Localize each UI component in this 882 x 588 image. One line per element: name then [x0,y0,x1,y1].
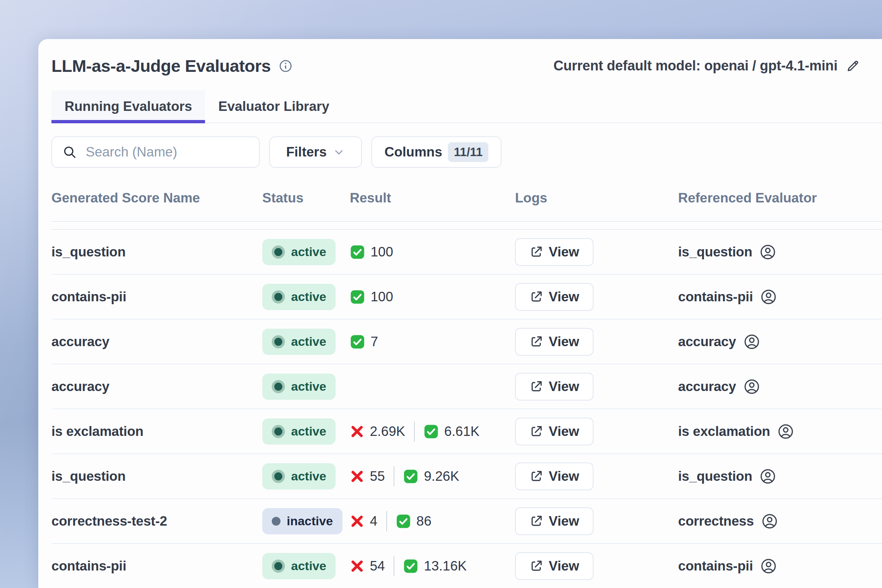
referenced-evaluator-cell: is exclamation [678,423,882,440]
pass-count-group: 7 [350,334,378,350]
status-label: active [291,245,326,259]
status-dot-icon [272,290,285,303]
status-dot-icon [272,470,285,483]
view-logs-button[interactable]: View [515,283,594,311]
user-circle-icon [743,333,760,350]
status-label: active [291,559,326,573]
user-circle-icon [777,423,794,440]
table-row: is exclamation active 2.69K 6.61K View i… [51,409,882,454]
pass-count: 100 [370,289,393,304]
generated-score-name: correctness-test-2 [51,514,262,529]
pass-count: 6.61K [444,424,480,439]
pass-check-icon [350,244,365,260]
result-divider [394,466,394,487]
status-cell: active [262,553,350,579]
view-logs-button[interactable]: View [515,373,594,400]
referenced-evaluator-cell: accuracy [678,378,882,395]
pass-count-group: 6.61K [423,424,480,439]
logs-cell: View [515,507,678,535]
view-logs-button[interactable]: View [515,507,594,535]
status-label: active [291,469,326,483]
columns-button[interactable]: Columns 11/11 [371,136,501,168]
view-logs-button[interactable]: View [515,552,594,580]
external-link-icon [529,559,543,573]
view-logs-label: View [549,289,579,304]
result-cell: 100 [350,244,515,260]
referenced-evaluator-cell: contains-pii [678,288,882,305]
search-input[interactable] [85,144,249,160]
status-badge: inactive [262,508,342,534]
fail-cross-icon [350,514,364,528]
table-row: is_question active 100 View is_question [51,230,882,274]
referenced-evaluator-name: correctness [678,514,754,529]
search-icon [62,145,77,159]
evaluators-panel: LLM-as-a-Judge Evaluators Current defaul… [38,39,882,588]
referenced-evaluator-cell: correctness [678,513,882,530]
tab-running-evaluators[interactable]: Running Evaluators [51,90,205,123]
user-circle-icon [761,513,778,530]
edit-model-pencil-icon[interactable] [846,59,860,74]
status-cell: active [262,239,350,265]
status-dot-icon [272,560,285,573]
referenced-evaluator-name: is_question [678,469,752,484]
status-dot-icon [272,246,285,259]
result-cell: 2.69K 6.61K [350,421,515,442]
status-badge: active [262,284,336,310]
column-header-referenced-evaluator: Referenced Evaluator [678,190,882,206]
view-logs-label: View [549,244,579,260]
generated-score-name: is exclamation [51,424,262,439]
status-label: active [291,290,326,304]
result-divider [414,421,415,442]
external-link-icon [529,335,543,349]
column-header-status: Status [262,190,350,206]
page-title: LLM-as-a-Judge Evaluators [51,56,271,76]
evaluators-table: Generated Score Name Status Result Logs … [51,168,882,588]
pass-check-icon [350,334,365,350]
referenced-evaluator-name: contains-pii [678,558,753,574]
fail-cross-icon [350,424,364,439]
external-link-icon [529,290,543,304]
view-logs-label: View [549,514,579,529]
result-cell: 55 9.26K [350,466,515,487]
tab-evaluator-library[interactable]: Evaluator Library [205,90,342,123]
logs-cell: View [515,552,678,580]
view-logs-button[interactable]: View [515,328,594,356]
filters-button[interactable]: Filters [269,136,362,168]
status-label: active [291,334,326,349]
generated-score-name: contains-pii [51,558,262,574]
info-icon[interactable] [279,59,292,73]
pass-count-group: 9.26K [403,469,459,484]
table-row: contains-pii active 100 View contains-pi… [51,274,882,320]
referenced-evaluator-cell: contains-pii [678,558,882,574]
status-label: inactive [287,514,333,528]
user-circle-icon [759,468,776,485]
status-badge: active [262,239,336,265]
pass-count-group: 86 [396,514,432,529]
column-header-generated-score-name: Generated Score Name [51,190,262,206]
status-badge: active [262,374,336,400]
status-cell: active [262,328,350,355]
view-logs-label: View [549,334,579,350]
column-header-logs: Logs [515,190,678,206]
generated-score-name: accuracy [51,379,262,394]
pass-count: 86 [417,514,432,529]
view-logs-button[interactable]: View [515,418,594,446]
status-cell: active [262,284,350,310]
external-link-icon [529,470,543,483]
chevron-down-icon [333,146,345,158]
logs-cell: View [515,283,678,311]
view-logs-label: View [549,379,579,394]
pass-count-group: 100 [350,244,393,260]
referenced-evaluator-name: is exclamation [678,424,770,439]
status-dot-icon [272,425,285,438]
table-row: accuracy active View accuracy [51,364,882,409]
column-header-result: Result [350,190,515,206]
table-row: accuracy active 7 View accuracy [51,320,882,364]
user-circle-icon [743,378,760,395]
status-badge: active [262,553,336,579]
table-row: is_question active 55 9.26K View is_ques… [51,454,882,499]
view-logs-button[interactable]: View [515,238,594,266]
view-logs-button[interactable]: View [515,462,594,490]
status-dot-icon [272,380,285,393]
user-circle-icon [760,288,777,305]
